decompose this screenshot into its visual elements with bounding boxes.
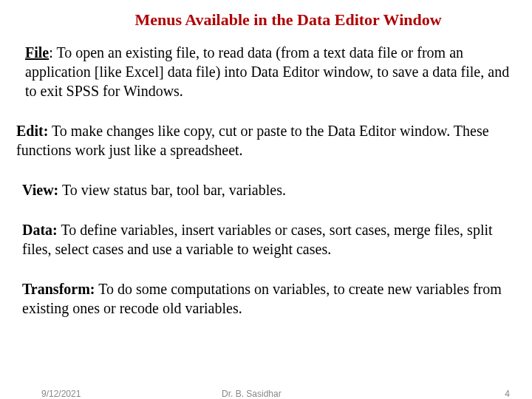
menu-desc-data: To define variables, insert variables or… xyxy=(22,222,493,257)
section-view: View: To view status bar, tool bar, vari… xyxy=(22,180,510,200)
footer-author: Dr. B. Sasidhar xyxy=(222,389,282,399)
menu-desc-edit: To make changes like copy, cut or paste … xyxy=(16,123,489,158)
section-file: File: To open an existing file, to read … xyxy=(25,43,513,100)
section-data: Data: To define variables, insert variab… xyxy=(22,220,522,259)
page-title: Menus Available in the Data Editor Windo… xyxy=(74,10,502,30)
section-transform: Transform: To do some computations on va… xyxy=(22,279,510,318)
menu-name-transform: Transform: xyxy=(22,281,95,297)
menu-name-file: File xyxy=(25,44,49,61)
menu-name-view: View: xyxy=(22,182,58,198)
menu-name-data: Data: xyxy=(22,222,58,238)
menu-desc-view: To view status bar, tool bar, variables. xyxy=(58,182,286,198)
footer-date: 9/12/2021 xyxy=(41,389,81,399)
footer-page-number: 4 xyxy=(505,389,510,399)
menu-name-edit: Edit: xyxy=(16,123,48,139)
section-edit: Edit: To make changes like copy, cut or … xyxy=(16,121,498,160)
menu-desc-file: : To open an existing file, to read data… xyxy=(25,44,509,99)
